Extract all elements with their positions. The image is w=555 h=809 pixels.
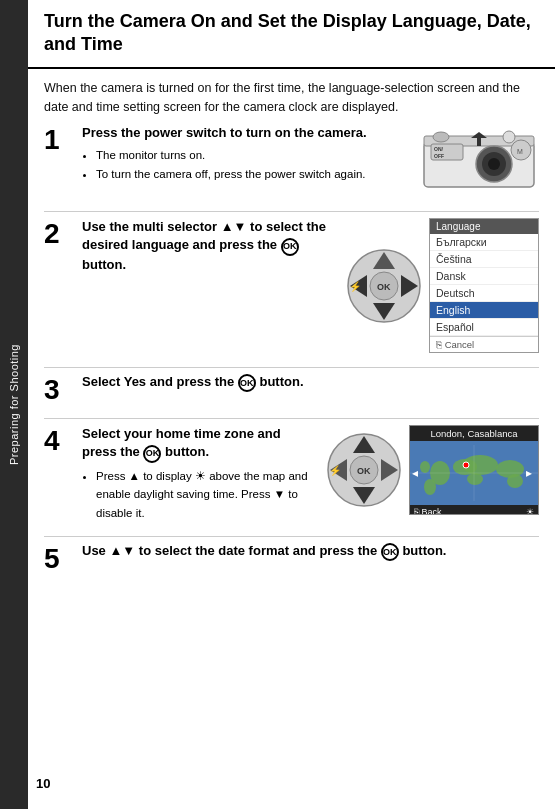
language-panel-header: Language — [430, 219, 538, 234]
svg-point-30 — [420, 461, 430, 473]
svg-text:M: M — [517, 148, 523, 155]
svg-point-26 — [496, 460, 524, 478]
step-1-content: Press the power switch to turn on the ca… — [82, 124, 539, 197]
svg-text:⚡: ⚡ — [349, 280, 362, 293]
step-5: 5 Use ▲▼ to select the date format and p… — [44, 543, 539, 573]
camera-top-svg: ON/ OFF — [419, 124, 539, 194]
ok-icon-2: OK — [281, 238, 299, 256]
step-4-text: Select your home time zone and press the… — [82, 425, 315, 522]
svg-marker-5 — [471, 132, 487, 138]
step-3-yes: Yes — [124, 374, 146, 389]
svg-point-29 — [424, 479, 436, 495]
step-2-images: OK ⚡ Language Български Čeština Dansk De… — [345, 218, 539, 353]
step-1-bullet-1: The monitor turns on. — [96, 146, 409, 164]
intro-text: When the camera is turned on for the fir… — [28, 69, 555, 125]
map-body: ◂ ▸ — [410, 441, 538, 505]
svg-point-10 — [488, 158, 500, 170]
step-1-number: 1 — [44, 126, 74, 154]
language-panel: Language Български Čeština Dansk Deutsch… — [429, 218, 539, 353]
step-1-bullets: The monitor turns on. To turn the camera… — [82, 146, 409, 183]
svg-point-7 — [433, 132, 449, 142]
language-panel-footer: ⎘ Cancel — [430, 336, 538, 352]
map-sun-icon: ☀ — [526, 507, 534, 515]
svg-rect-6 — [477, 138, 481, 146]
page-header: Turn the Camera On and Set the Display L… — [28, 0, 555, 69]
step-2-number: 2 — [44, 220, 74, 248]
lang-item-2[interactable]: Dansk — [430, 268, 538, 285]
main-content: Turn the Camera On and Set the Display L… — [28, 0, 555, 809]
page-number: 10 — [36, 776, 50, 791]
step-2-text: Use the multi selector ▲▼ to select the … — [82, 218, 335, 278]
step-4-title: Select your home time zone and press the… — [82, 425, 315, 462]
lang-item-3[interactable]: Deutsch — [430, 285, 538, 302]
page-title: Turn the Camera On and Set the Display L… — [44, 10, 539, 57]
svg-point-27 — [507, 474, 523, 488]
ok-icon-5: OK — [381, 543, 399, 561]
step-3-number: 3 — [44, 376, 74, 404]
step-5-number: 5 — [44, 545, 74, 573]
lang-item-4[interactable]: English — [430, 302, 538, 319]
step-2-content: Use the multi selector ▲▼ to select the … — [82, 218, 539, 353]
step-1-text: Press the power switch to turn on the ca… — [82, 124, 409, 183]
step-5-content: Use ▲▼ to select the date format and pre… — [82, 543, 539, 561]
svg-text:OFF: OFF — [434, 153, 444, 159]
step-3-text: Select Yes and press the OK button. — [82, 374, 539, 392]
sidebar: Preparing for Shooting — [0, 0, 28, 809]
step-2: 2 Use the multi selector ▲▼ to select th… — [44, 218, 539, 353]
ok-icon-3: OK — [238, 374, 256, 392]
lang-item-5[interactable]: Español — [430, 319, 538, 336]
step-5-text: Use ▲▼ to select the date format and pre… — [82, 543, 539, 561]
step-1-image: ON/ OFF — [419, 124, 539, 197]
svg-point-31 — [463, 462, 469, 468]
step-4-images: OK ⚡ London, Casablanca — [325, 425, 539, 515]
lang-item-0[interactable]: Български — [430, 234, 538, 251]
svg-point-25 — [467, 473, 483, 485]
step-4-bullets: Press ▲ to display ☀ above the map and e… — [82, 467, 315, 522]
map-footer: ⎘ Back ☀ — [410, 505, 538, 515]
map-header: London, Casablanca — [410, 426, 538, 441]
svg-text:⚡: ⚡ — [329, 464, 342, 477]
svg-text:OK: OK — [377, 282, 391, 292]
step-4: 4 Select your home time zone and press t… — [44, 425, 539, 522]
multi-selector-svg: OK ⚡ — [345, 247, 423, 325]
step-4-content: Select your home time zone and press the… — [82, 425, 539, 522]
svg-point-13 — [503, 131, 515, 143]
lang-item-1[interactable]: Čeština — [430, 251, 538, 268]
step-4-bullet-1: Press ▲ to display ☀ above the map and e… — [96, 467, 315, 522]
steps-container: 1 Press the power switch to turn on the … — [28, 124, 555, 587]
step-4-number: 4 — [44, 427, 74, 455]
sidebar-label: Preparing for Shooting — [8, 344, 20, 465]
svg-text:ON/: ON/ — [434, 146, 444, 152]
step-3-content: Select Yes and press the OK button. — [82, 374, 539, 392]
step-2-title: Use the multi selector ▲▼ to select the … — [82, 218, 335, 274]
step-1: 1 Press the power switch to turn on the … — [44, 124, 539, 197]
world-map-svg: ◂ ▸ — [410, 445, 538, 501]
map-panel: London, Casablanca — [409, 425, 539, 515]
step4-dial-svg: OK ⚡ — [325, 431, 403, 509]
ok-icon-4: OK — [143, 445, 161, 463]
step-1-bullet-2: To turn the camera off, press the power … — [96, 165, 409, 183]
svg-text:OK: OK — [357, 466, 371, 476]
map-back: ⎘ Back — [414, 507, 442, 515]
step-1-title: Press the power switch to turn on the ca… — [82, 124, 409, 142]
step-3: 3 Select Yes and press the OK button. — [44, 374, 539, 404]
